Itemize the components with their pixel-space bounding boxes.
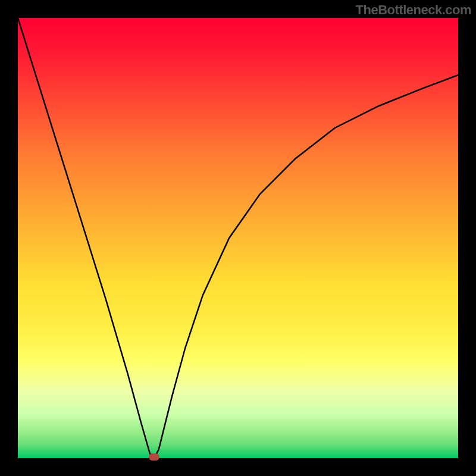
minimum-marker: [149, 453, 159, 461]
bottleneck-curve-path: [18, 18, 458, 458]
curve-svg: [18, 18, 458, 458]
plot-area: [18, 18, 458, 458]
watermark-text: TheBottleneck.com: [356, 2, 471, 18]
chart-container: TheBottleneck.com: [0, 0, 476, 476]
